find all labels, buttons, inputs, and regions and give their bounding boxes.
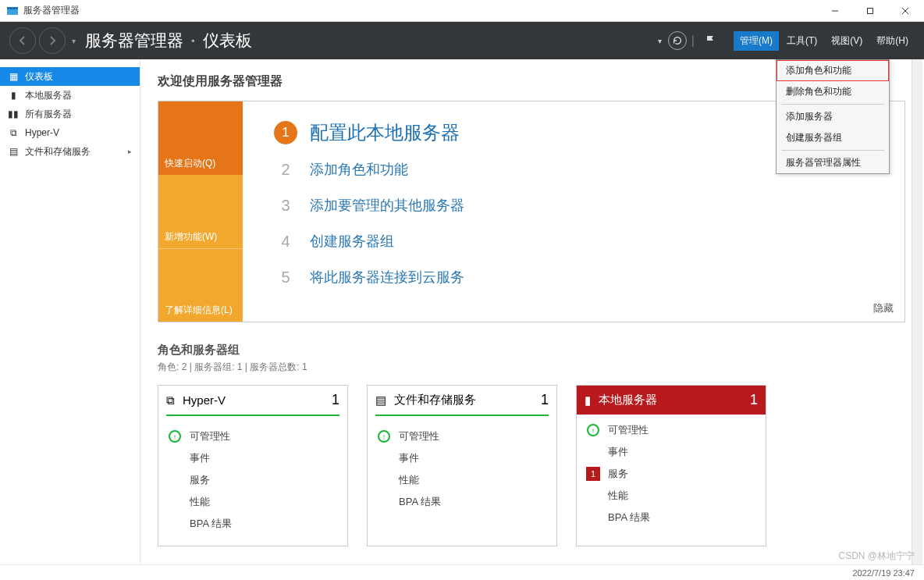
ok-arrow-icon: ↑ xyxy=(587,424,599,436)
dd-remove-roles[interactable]: 删除角色和功能 xyxy=(777,81,889,102)
dd-create-group[interactable]: 创建服务器组 xyxy=(777,127,889,148)
storage-icon: ▤ xyxy=(8,146,19,157)
step-number: 1 xyxy=(274,121,297,144)
dd-properties[interactable]: 服务器管理器属性 xyxy=(777,152,889,173)
tile-row-events[interactable]: 事件 xyxy=(377,447,547,469)
app-header: ▾ 服务器管理器 • 仪表板 ▾ | 管理(M) 工具(T) 视图(V) 帮助(… xyxy=(0,22,924,59)
step-label: 将此服务器连接到云服务 xyxy=(310,268,464,286)
nav-dropdown-icon[interactable]: ▾ xyxy=(72,37,76,45)
tile-row-performance[interactable]: 性能 xyxy=(168,491,338,513)
step-label: 创建服务器组 xyxy=(310,232,394,251)
step-number: 2 xyxy=(274,158,297,181)
nav-forward-button[interactable] xyxy=(39,27,66,54)
roles-heading: 角色和服务器组 xyxy=(158,343,905,358)
tile-row-bpa[interactable]: BPA 结果 xyxy=(168,513,338,535)
hyperv-icon: ⧉ xyxy=(8,127,19,138)
menu-manage[interactable]: 管理(M) xyxy=(734,31,779,51)
status-datetime: 2022/7/19 23:47 xyxy=(852,568,915,578)
tile-count: 1 xyxy=(332,392,339,408)
step-label: 配置此本地服务器 xyxy=(310,120,460,145)
crumb-page[interactable]: 仪表板 xyxy=(203,30,252,52)
sidebar-item-hyperv[interactable]: ⧉ Hyper-V xyxy=(0,123,140,142)
sidebar-item-label: Hyper-V xyxy=(25,127,59,138)
alert-badge: 1 xyxy=(586,467,600,481)
server-icon: ▮ xyxy=(585,393,591,407)
tile-row-bpa[interactable]: BPA 结果 xyxy=(377,491,547,513)
menu-tools[interactable]: 工具(T) xyxy=(780,31,823,51)
ok-arrow-icon: ↑ xyxy=(169,430,181,443)
window-titlebar: 服务器管理器 xyxy=(0,0,924,22)
window-title: 服务器管理器 xyxy=(23,4,817,17)
roles-subtitle: 角色: 2 | 服务器组: 1 | 服务器总数: 1 xyxy=(158,361,905,374)
menubar: 管理(M) 工具(T) 视图(V) 帮助(H) xyxy=(734,31,915,51)
sidebar-item-label: 仪表板 xyxy=(25,70,53,84)
tile-hyperv[interactable]: ⧉ Hyper-V 1 ↑可管理性 事件 服务 性能 BPA 结果 xyxy=(158,385,348,546)
tile-header: ▤ 文件和存储服务 1 xyxy=(368,386,556,415)
app-icon xyxy=(6,5,19,17)
tile-row-events[interactable]: 事件 xyxy=(168,447,338,469)
minimize-button[interactable] xyxy=(817,0,852,22)
dd-add-roles[interactable]: 添加角色和功能 xyxy=(777,60,889,81)
step-label: 添加要管理的其他服务器 xyxy=(310,196,464,215)
tab-quickstart[interactable]: 快速启动(Q) xyxy=(158,101,243,175)
close-button[interactable] xyxy=(887,0,922,22)
tile-row-services[interactable]: 服务 xyxy=(168,469,338,491)
sidebar-item-all-servers[interactable]: ▮▮ 所有服务器 xyxy=(0,105,140,123)
tile-header: ▮ 本地服务器 1 xyxy=(577,386,766,415)
sidebar-item-label: 所有服务器 xyxy=(25,108,72,121)
maximize-button[interactable] xyxy=(852,0,887,22)
tile-status-bar xyxy=(375,415,549,416)
refresh-icon[interactable] xyxy=(668,31,687,50)
tile-row-events[interactable]: 事件 xyxy=(586,441,756,463)
tile-row-manageability[interactable]: ↑可管理性 xyxy=(168,425,338,447)
welcome-side-tabs: 快速启动(Q) 新增功能(W) 了解详细信息(L) xyxy=(158,101,243,322)
sidebar-item-dashboard[interactable]: ▦ 仪表板 xyxy=(0,67,140,86)
nav-back-button[interactable] xyxy=(9,27,36,54)
breadcrumb: 服务器管理器 • 仪表板 xyxy=(85,30,252,52)
hide-link[interactable]: 隐藏 xyxy=(873,301,894,315)
servers-icon: ▮▮ xyxy=(8,109,19,119)
tile-row-performance[interactable]: 性能 xyxy=(377,469,547,491)
svg-rect-1 xyxy=(7,7,18,9)
tile-status-bar xyxy=(166,415,339,416)
menu-view[interactable]: 视图(V) xyxy=(825,31,869,51)
watermark-text: CSDN @林地宁宁 xyxy=(838,550,915,563)
crumb-dropdown-icon[interactable]: ▾ xyxy=(658,37,662,45)
step-connect-cloud[interactable]: 5 将此服务器连接到云服务 xyxy=(274,265,881,289)
crumb-root[interactable]: 服务器管理器 xyxy=(85,30,183,52)
ok-arrow-icon: ↑ xyxy=(378,430,390,443)
dashboard-icon: ▦ xyxy=(8,71,19,82)
sidebar-item-local-server[interactable]: ▮ 本地服务器 xyxy=(0,86,140,105)
tab-learnmore[interactable]: 了解详细信息(L) xyxy=(158,248,243,322)
vertical-scrollbar[interactable] xyxy=(912,59,922,564)
crumb-separator-icon: • xyxy=(191,35,195,47)
chevron-right-icon: ▸ xyxy=(128,148,132,155)
flag-icon[interactable] xyxy=(699,30,721,52)
step-number: 4 xyxy=(274,230,297,253)
step-label: 添加角色和功能 xyxy=(310,160,408,179)
step-create-group[interactable]: 4 创建服务器组 xyxy=(274,230,881,253)
tab-whatsnew[interactable]: 新增功能(W) xyxy=(158,175,243,248)
dd-separator xyxy=(781,150,884,151)
tile-row-performance[interactable]: 性能 xyxy=(586,485,756,507)
sidebar: ▦ 仪表板 ▮ 本地服务器 ▮▮ 所有服务器 ⧉ Hyper-V ▤ 文件和存储… xyxy=(0,59,140,564)
statusbar: 2022/7/19 23:47 xyxy=(0,564,924,580)
tile-local-server[interactable]: ▮ 本地服务器 1 ↑可管理性 事件 1服务 性能 BPA 结果 xyxy=(576,385,766,546)
tile-row-manageability[interactable]: ↑可管理性 xyxy=(377,425,547,447)
step-number: 5 xyxy=(274,265,297,289)
tile-name: 文件和存储服务 xyxy=(394,393,476,407)
tile-row-services[interactable]: 1服务 xyxy=(586,463,756,485)
tile-row-manageability[interactable]: ↑可管理性 xyxy=(586,419,756,441)
tiles-row: ⧉ Hyper-V 1 ↑可管理性 事件 服务 性能 BPA 结果 ▤ 文件和存… xyxy=(158,385,905,546)
svg-rect-3 xyxy=(867,8,872,13)
dd-add-server[interactable]: 添加服务器 xyxy=(777,106,889,127)
sidebar-item-label: 文件和存储服务 xyxy=(25,145,91,158)
menu-help[interactable]: 帮助(H) xyxy=(870,31,915,51)
storage-icon: ▤ xyxy=(375,393,386,407)
step-add-servers[interactable]: 3 添加要管理的其他服务器 xyxy=(274,194,881,217)
tile-row-bpa[interactable]: BPA 结果 xyxy=(586,507,756,528)
sidebar-item-label: 本地服务器 xyxy=(25,89,72,102)
sidebar-item-storage[interactable]: ▤ 文件和存储服务 ▸ xyxy=(0,142,140,161)
hyperv-icon: ⧉ xyxy=(166,393,175,407)
tile-storage[interactable]: ▤ 文件和存储服务 1 ↑可管理性 事件 性能 BPA 结果 xyxy=(367,385,557,546)
